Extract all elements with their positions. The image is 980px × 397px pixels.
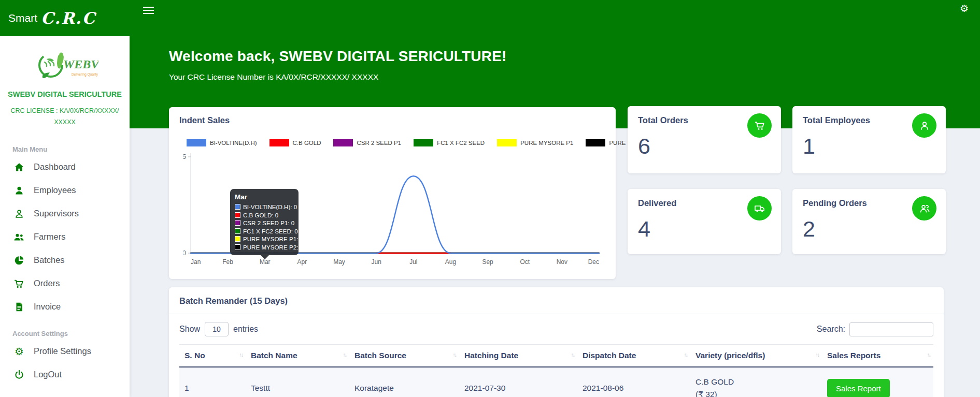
account-settings-label: Account Settings bbox=[12, 330, 130, 337]
app-logo: Smart C.R.C bbox=[8, 0, 96, 36]
svg-text:WEBV: WEBV bbox=[63, 57, 98, 71]
variety-price: (₹ 32) bbox=[695, 388, 817, 397]
sidebar-item-dashboard[interactable]: Dashboard bbox=[0, 155, 130, 179]
sidebar-item-profile-settings[interactable]: ⚙ Profile Settings bbox=[0, 340, 130, 363]
legend-label: PURE MYSORE P1 bbox=[520, 140, 573, 146]
chart-tooltip: Mar BI-VOLTINE(D.H): 0C.B GOLD: 0CSR 2 S… bbox=[230, 189, 299, 255]
settings-gear-icon[interactable]: ⚙ bbox=[960, 3, 969, 14]
cart-icon bbox=[13, 278, 25, 289]
cell-hatching-date: 2021-07-30 bbox=[459, 367, 577, 397]
legend-swatch bbox=[497, 139, 517, 146]
sidebar-item-orders[interactable]: Orders bbox=[0, 272, 130, 295]
sort-icon[interactable]: ↑↓ bbox=[684, 351, 688, 358]
legend-item[interactable]: PURE MYSORE P1 bbox=[497, 139, 573, 146]
tooltip-text: PURE MYSORE P2: 0 bbox=[243, 244, 303, 251]
column-header-sales-reports[interactable]: Sales Reports↑↓ bbox=[822, 345, 933, 367]
brand-text-smart: Smart bbox=[8, 12, 37, 24]
search-input[interactable] bbox=[849, 322, 933, 336]
legend-item[interactable]: CSR 2 SEED P1 bbox=[333, 139, 401, 146]
sidebar-item-employees[interactable]: Employees bbox=[0, 179, 130, 202]
sidebar-item-farmers[interactable]: Farmers bbox=[0, 225, 130, 248]
legend-swatch bbox=[586, 139, 605, 146]
sidebar: WEBV Delivering Quality SWEBV DIGITAL SE… bbox=[0, 36, 130, 397]
svg-text:Oct: Oct bbox=[520, 258, 530, 266]
tooltip-row: BI-VOLTINE(D.H): 0 bbox=[235, 203, 294, 210]
page-size-select[interactable] bbox=[205, 322, 229, 336]
swebv-logo: WEBV Delivering Quality bbox=[31, 48, 98, 85]
power-icon bbox=[13, 369, 25, 380]
legend-swatch bbox=[414, 139, 433, 146]
svg-text:Jan: Jan bbox=[191, 258, 201, 266]
sidebar-item-supervisors[interactable]: Supervisors bbox=[0, 202, 130, 225]
tooltip-month: Mar bbox=[235, 193, 294, 201]
home-icon bbox=[13, 161, 25, 173]
legend-swatch bbox=[187, 139, 206, 146]
sidebar-item-label: Farmers bbox=[34, 232, 65, 242]
tooltip-text: PURE MYSORE P1: 0 bbox=[243, 236, 303, 242]
sidebar-item-label: Employees bbox=[34, 185, 76, 195]
tooltip-swatch bbox=[235, 236, 240, 242]
license-line-2: XXXXX bbox=[5, 116, 124, 128]
sort-icon[interactable]: ↑↓ bbox=[571, 351, 575, 358]
tooltip-row: CSR 2 SEED P1: 0 bbox=[235, 219, 294, 226]
svg-text:Dec: Dec bbox=[588, 258, 599, 266]
batch-card-title: Batch Remander (15 Days) bbox=[169, 287, 944, 314]
legend-label: FC1 X FC2 SEED bbox=[437, 140, 485, 146]
svg-text:Delivering Quality: Delivering Quality bbox=[72, 72, 98, 77]
legend-label: BI-VOLTINE(D.H) bbox=[210, 140, 257, 146]
license-line-1: CRC LICENSE : KA/0X/RCR/XXXXX/ bbox=[5, 105, 124, 116]
table-controls: Show entries Search: bbox=[169, 314, 944, 343]
delivered-card: Delivered 4 bbox=[628, 189, 781, 254]
total-orders-card: Total Orders 6 bbox=[628, 106, 781, 173]
column-header-batch-source[interactable]: Batch Source↑↓ bbox=[349, 345, 459, 367]
indent-sales-card: Indent Sales BI-VOLTINE(D.H)C.B GOLDCSR … bbox=[169, 107, 616, 279]
column-header-batch-name[interactable]: Batch Name↑↓ bbox=[246, 345, 349, 367]
sort-icon[interactable]: ↑↓ bbox=[239, 351, 243, 358]
sidebar-item-logout[interactable]: LogOut bbox=[0, 363, 130, 386]
pie-chart-icon bbox=[13, 255, 25, 266]
sidebar-item-label: Invoice bbox=[34, 302, 61, 312]
table-header-row: S. No↑↓ Batch Name↑↓ Batch Source↑↓ Hatc… bbox=[179, 345, 933, 367]
tooltip-swatch bbox=[235, 220, 240, 226]
legend-item[interactable]: BI-VOLTINE(D.H) bbox=[187, 139, 257, 146]
sidebar-item-label: Supervisors bbox=[34, 209, 79, 218]
sort-icon[interactable]: ↑↓ bbox=[927, 351, 931, 358]
svg-text:May: May bbox=[333, 258, 345, 266]
show-label: Show bbox=[179, 325, 200, 334]
welcome-subtitle: Your CRC License Number is KA/0X/RCR/XXX… bbox=[169, 72, 507, 82]
sidebar-org-name: SWEBV DIGITAL SERICULTURE bbox=[0, 90, 130, 98]
gear-icon: ⚙ bbox=[13, 346, 25, 357]
tooltip-text: CSR 2 SEED P1: 0 bbox=[243, 219, 294, 226]
svg-text:0: 0 bbox=[183, 249, 186, 257]
sort-icon[interactable]: ↑↓ bbox=[453, 351, 457, 358]
tooltip-row: C.B GOLD: 0 bbox=[235, 212, 294, 218]
cell-sales-report: Sales Report bbox=[822, 367, 933, 397]
variety-name: C.B GOLD bbox=[695, 376, 817, 388]
dashboard-page: Smart C.R.C ⚙ WEBV Delivering Quality SW… bbox=[0, 0, 980, 397]
column-header-variety[interactable]: Variety (price/dfls)↑↓ bbox=[690, 345, 822, 367]
svg-text:Jul: Jul bbox=[409, 258, 417, 266]
cell-variety: C.B GOLD (₹ 32) bbox=[690, 367, 822, 397]
stat-value: 1 bbox=[803, 134, 935, 159]
legend-item[interactable]: FC1 X FC2 SEED bbox=[414, 139, 485, 146]
svg-text:Jun: Jun bbox=[372, 258, 381, 266]
sort-icon[interactable]: ↑↓ bbox=[816, 351, 819, 358]
svg-text:Nov: Nov bbox=[557, 258, 567, 266]
column-header-dispatch-date[interactable]: Dispatch Date↑↓ bbox=[577, 345, 690, 367]
cell-batch-source: Koratagete bbox=[349, 367, 459, 397]
cell-sno: 1 bbox=[179, 367, 246, 397]
sidebar-item-batches[interactable]: Batches bbox=[0, 248, 130, 272]
stat-value: 6 bbox=[638, 134, 771, 159]
hamburger-menu-icon[interactable] bbox=[143, 4, 157, 17]
table-row: 1 Testtt Koratagete 2021-07-30 2021-08-0… bbox=[179, 367, 933, 397]
legend-label: CSR 2 SEED P1 bbox=[357, 140, 401, 146]
column-header-sno[interactable]: S. No↑↓ bbox=[179, 345, 246, 367]
legend-item[interactable]: C.B GOLD bbox=[269, 139, 321, 146]
column-header-hatching-date[interactable]: Hatching Date↑↓ bbox=[459, 345, 577, 367]
top-bar: Smart C.R.C ⚙ bbox=[0, 0, 980, 36]
sidebar-item-label: Profile Settings bbox=[34, 346, 91, 356]
sales-report-button[interactable]: Sales Report bbox=[827, 379, 890, 397]
sidebar-item-invoice[interactable]: Invoice bbox=[0, 295, 130, 318]
stat-value: 4 bbox=[638, 216, 771, 242]
sort-icon[interactable]: ↑↓ bbox=[343, 351, 347, 358]
